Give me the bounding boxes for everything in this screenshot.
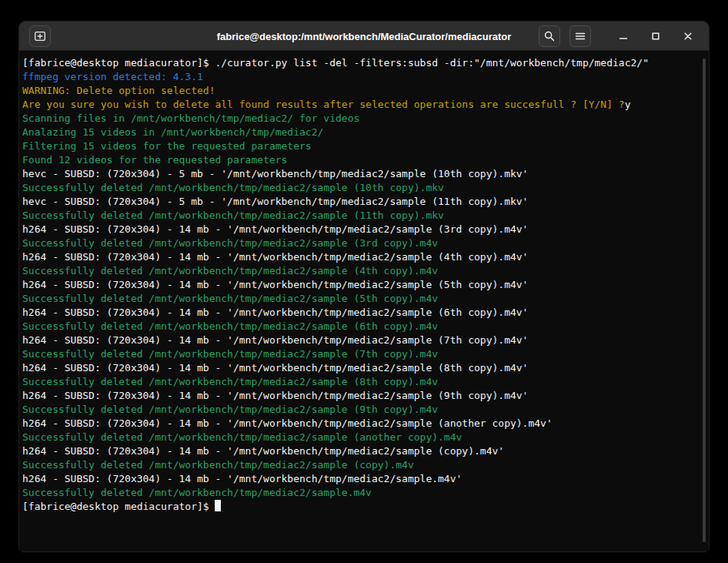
terminal-line: Analazing 15 videos in /mnt/workbench/tm… — [22, 126, 696, 139]
maximize-icon — [650, 30, 662, 42]
terminal-line: Successfully deleted /mnt/workbench/tmp/… — [22, 486, 696, 500]
terminal-line: h264 - SUBSD: (720x304) - 14 mb - '/mnt/… — [22, 417, 696, 431]
terminal-line: Successfully deleted /mnt/workbench/tmp/… — [22, 209, 696, 223]
terminal-cursor — [215, 500, 221, 511]
terminal-line: Filtering 15 videos for the requested pa… — [22, 139, 696, 153]
terminal-line: h264 - SUBSD: (720x304) - 14 mb - '/mnt/… — [22, 250, 696, 264]
window-title: fabrice@desktop:/mnt/workbench/MediaCura… — [217, 30, 512, 42]
terminal-line: hevc - SUBSD: (720x304) - 5 mb - '/mnt/w… — [22, 167, 696, 181]
terminal-output[interactable]: [fabrice@desktop mediacurator]$ ./curato… — [19, 51, 709, 551]
terminal-line: h264 - SUBSD: (720x304) - 14 mb - '/mnt/… — [22, 361, 696, 375]
terminal-line: Are you sure you wish to delete all foun… — [22, 98, 696, 112]
new-tab-icon — [34, 30, 46, 42]
menu-icon — [574, 30, 586, 42]
terminal-line: Successfully deleted /mnt/workbench/tmp/… — [22, 236, 696, 250]
terminal-lines: [fabrice@desktop mediacurator]$ ./curato… — [22, 56, 696, 514]
terminal-line: h264 - SUBSD: (720x304) - 14 mb - '/mnt/… — [22, 444, 696, 458]
terminal-line: WARNING: Delete option selected! — [22, 84, 696, 98]
window-controls — [613, 25, 699, 47]
terminal-line: Successfully deleted /mnt/workbench/tmp/… — [22, 375, 696, 389]
scrollbar-thumb[interactable] — [703, 59, 706, 541]
terminal-line: h264 - SUBSD: (720x304) - 14 mb - '/mnt/… — [22, 333, 696, 347]
terminal-line: h264 - SUBSD: (720x304) - 14 mb - '/mnt/… — [22, 389, 696, 403]
terminal-line: Successfully deleted /mnt/workbench/tmp/… — [22, 181, 696, 195]
close-button[interactable] — [677, 25, 699, 47]
close-icon — [682, 30, 694, 42]
terminal-line: Successfully deleted /mnt/workbench/tmp/… — [22, 320, 696, 333]
terminal-line: Successfully deleted /mnt/workbench/tmp/… — [22, 347, 696, 361]
terminal-line: h264 - SUBSD: (720x304) - 14 mb - '/mnt/… — [22, 306, 696, 320]
terminal-line: Successfully deleted /mnt/workbench/tmp/… — [22, 458, 696, 472]
terminal-line: Scanning files in /mnt/workbench/tmp/med… — [22, 112, 696, 126]
headerbar: fabrice@desktop:/mnt/workbench/MediaCura… — [19, 22, 709, 51]
new-tab-button[interactable] — [29, 25, 51, 47]
terminal-line: Successfully deleted /mnt/workbench/tmp/… — [22, 403, 696, 417]
terminal-line: Successfully deleted /mnt/workbench/tmp/… — [22, 292, 696, 306]
terminal-line: h264 - SUBSD: (720x304) - 14 mb - '/mnt/… — [22, 223, 696, 236]
search-icon — [543, 30, 556, 42]
terminal-window: fabrice@desktop:/mnt/workbench/MediaCura… — [18, 21, 710, 552]
terminal-line: Successfully deleted /mnt/workbench/tmp/… — [22, 431, 696, 444]
minimize-icon — [617, 30, 629, 42]
terminal-line: hevc - SUBSD: (720x304) - 5 mb - '/mnt/w… — [22, 195, 696, 209]
terminal-line: Successfully deleted /mnt/workbench/tmp/… — [22, 264, 696, 278]
headerbar-right — [539, 25, 699, 47]
maximize-button[interactable] — [645, 25, 666, 47]
terminal-line: [fabrice@desktop mediacurator]$ — [22, 500, 696, 514]
search-button[interactable] — [539, 25, 560, 47]
scrollbar[interactable] — [701, 54, 707, 547]
terminal-line: ffmpeg version detected: 4.3.1 — [22, 70, 696, 84]
terminal-line: [fabrice@desktop mediacurator]$ ./curato… — [22, 56, 696, 70]
minimize-button[interactable] — [613, 25, 634, 47]
terminal-line: Found 12 videos for the requested parame… — [22, 153, 696, 167]
terminal-line: h264 - SUBSD: (720x304) - 14 mb - '/mnt/… — [22, 472, 696, 486]
terminal-line: h264 - SUBSD: (720x304) - 14 mb - '/mnt/… — [22, 278, 696, 292]
menu-button[interactable] — [569, 25, 591, 47]
